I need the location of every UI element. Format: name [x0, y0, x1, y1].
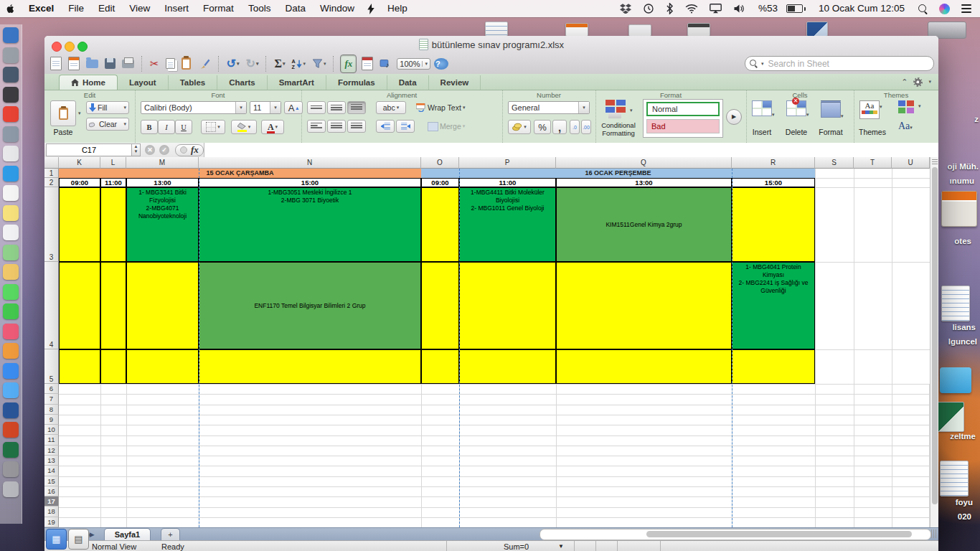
- battery-icon[interactable]: [781, 0, 811, 17]
- row-header[interactable]: 14: [44, 466, 59, 476]
- folder-icon[interactable]: [940, 367, 971, 393]
- decrease-indent-button[interactable]: [376, 120, 395, 133]
- dock-icon[interactable]: [3, 166, 19, 182]
- dock-icon[interactable]: [3, 461, 19, 477]
- theme-colors-button[interactable]: [898, 100, 915, 115]
- font-color-button[interactable]: A▾: [261, 120, 284, 134]
- dock-icon[interactable]: [3, 402, 19, 418]
- apple-menu[interactable]: [0, 0, 22, 17]
- cell-L2[interactable]: 11:00: [100, 178, 126, 187]
- clear-button[interactable]: Clear▾: [86, 118, 129, 131]
- dock-icon[interactable]: [3, 303, 19, 319]
- sheet-tab-sayfa1[interactable]: Sayfa1: [104, 528, 151, 541]
- column-header-L[interactable]: L: [100, 157, 126, 169]
- cell-Q4[interactable]: [556, 262, 732, 349]
- cell-L3[interactable]: [100, 187, 126, 262]
- cell-Q3[interactable]: KIM1511Genel Kimya 2grup: [556, 187, 732, 262]
- cell-M2[interactable]: 13:00: [126, 178, 199, 187]
- styles-gallery-expand-button[interactable]: ▶: [726, 109, 742, 125]
- ribbon-collapse-chevron[interactable]: ⌃: [901, 77, 908, 87]
- cell-N3[interactable]: 1-MBG3051 Mesleki İngilizce 1 2-MBG 3071…: [199, 187, 421, 262]
- reference-stepper[interactable]: ▲▼: [132, 143, 141, 156]
- format-cells-button[interactable]: ▾: [821, 100, 844, 119]
- row-header[interactable]: 15: [44, 476, 59, 486]
- tab-charts[interactable]: Charts: [217, 75, 267, 90]
- dock-icon[interactable]: [3, 47, 19, 63]
- tab-formulas[interactable]: Formulas: [326, 75, 387, 90]
- formula-input[interactable]: [204, 143, 938, 157]
- desktop-doc-zeltme[interactable]: [937, 402, 964, 432]
- desktop-doc-foyu[interactable]: [940, 461, 969, 496]
- style-bad[interactable]: Bad: [646, 119, 720, 133]
- cell-K2[interactable]: 09:00: [59, 178, 100, 187]
- dock-icon[interactable]: [3, 481, 19, 497]
- dock-icon[interactable]: [3, 27, 19, 43]
- align-middle-button[interactable]: [327, 101, 346, 114]
- cell-O5[interactable]: [421, 349, 459, 384]
- increase-indent-button[interactable]: [396, 120, 415, 133]
- column-header-K[interactable]: K: [59, 157, 100, 169]
- dock-icon[interactable]: [3, 363, 19, 379]
- cell-N2[interactable]: 15:00: [199, 178, 421, 187]
- horizontal-scrollbar[interactable]: [540, 529, 931, 540]
- insert-cells-button[interactable]: ▾: [752, 100, 775, 118]
- paste-button[interactable]: [180, 56, 194, 72]
- cell-Q5[interactable]: [556, 349, 732, 384]
- cell-R3[interactable]: [732, 187, 815, 262]
- cell-N4[interactable]: ENF1170 Temel Bilgisyar Bilimleri 2 Grup: [199, 262, 421, 349]
- menu-item[interactable]: Format: [196, 0, 241, 17]
- help-button[interactable]: ?: [434, 58, 448, 70]
- menu-item[interactable]: File: [61, 0, 91, 17]
- cell-reference-box[interactable]: C17: [46, 143, 132, 156]
- cell-K3[interactable]: [59, 187, 100, 262]
- bold-button[interactable]: B: [141, 120, 158, 134]
- dock-icon[interactable]: [3, 442, 19, 458]
- column-header-U[interactable]: U: [892, 157, 930, 169]
- row-header[interactable]: 8: [44, 405, 59, 415]
- cell-M4[interactable]: [126, 262, 199, 349]
- desktop-spreadsheet-icon[interactable]: [565, 23, 588, 37]
- tab-tables[interactable]: Tables: [169, 75, 218, 90]
- cell-N5[interactable]: [199, 349, 421, 384]
- cell-R2[interactable]: 15:00: [732, 178, 815, 187]
- column-header-R[interactable]: R: [732, 157, 815, 169]
- cell-K4[interactable]: [59, 262, 100, 349]
- paste-split-button[interactable]: [50, 100, 76, 126]
- airplay-display-icon[interactable]: [704, 0, 727, 17]
- select-all-corner[interactable]: [44, 157, 59, 169]
- formula-builder-button[interactable]: fx: [340, 55, 357, 73]
- banner-thursday[interactable]: 16 OCAK PERŞEMBE: [421, 169, 815, 178]
- delete-cells-button[interactable]: ✕▾: [786, 100, 809, 118]
- cancel-icon[interactable]: ✕: [145, 145, 155, 155]
- redo-button[interactable]: ↻▾: [245, 56, 260, 72]
- cell-M5[interactable]: [126, 349, 199, 384]
- search-scope-dropdown[interactable]: ▾: [761, 61, 764, 67]
- menu-item[interactable]: Insert: [157, 0, 196, 17]
- cell-L5[interactable]: [100, 349, 126, 384]
- zoom-control[interactable]: 100%▾: [397, 58, 430, 70]
- cell-Q2[interactable]: 13:00: [556, 178, 732, 187]
- wrap-text-button[interactable]: Wrap Text▾: [413, 101, 494, 114]
- row-header[interactable]: 7: [44, 394, 59, 404]
- cell-P2[interactable]: 11:00: [459, 178, 556, 187]
- column-header-M[interactable]: M: [126, 157, 199, 169]
- column-header-O[interactable]: O: [421, 157, 459, 169]
- volume-icon[interactable]: [727, 0, 751, 17]
- row-header[interactable]: 12: [44, 446, 59, 456]
- dock-icon[interactable]: [3, 146, 19, 161]
- horizontal-split-handle[interactable]: [931, 529, 937, 538]
- cell-P3[interactable]: 1-MBG4411 Bitki Moleküler Biyolojisi 2- …: [459, 187, 556, 262]
- row-header[interactable]: 17: [44, 496, 59, 507]
- number-format-select[interactable]: General▾: [508, 101, 590, 114]
- menu-app-name[interactable]: Excel: [22, 0, 61, 17]
- banner-wednesday[interactable]: 15 OCAK ÇARŞAMBA: [59, 169, 421, 178]
- page-layout-view-button[interactable]: ▤: [68, 529, 89, 550]
- cell-K5[interactable]: [59, 349, 100, 384]
- dock-icon[interactable]: [3, 343, 19, 359]
- bluetooth-icon[interactable]: [660, 0, 679, 17]
- search-input[interactable]: [767, 58, 929, 70]
- row-header-2[interactable]: 2: [44, 178, 59, 187]
- fill-color-button[interactable]: ▾: [231, 120, 257, 134]
- menu-item[interactable]: View: [122, 0, 157, 17]
- desktop-file-icon-2[interactable]: [687, 23, 710, 37]
